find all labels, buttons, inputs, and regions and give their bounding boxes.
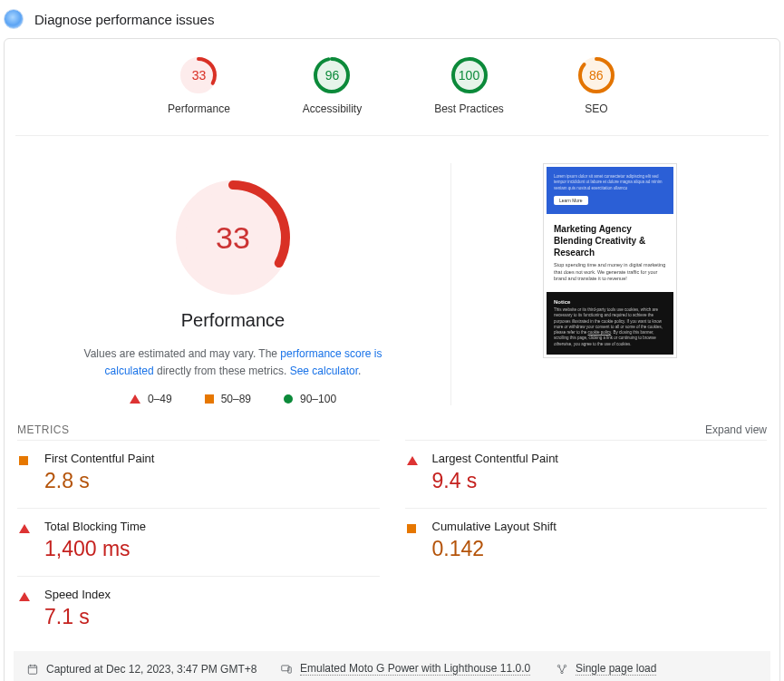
circle-green-icon <box>284 394 293 404</box>
metric-si: Speed Index7.1 s <box>17 576 380 644</box>
square-orange-icon <box>407 524 416 533</box>
square-orange-icon <box>205 394 214 404</box>
metric-name: Total Blocking Time <box>44 520 146 533</box>
metric-name: Speed Index <box>44 588 111 601</box>
performance-description: Values are estimated and may vary. The p… <box>70 345 396 380</box>
svg-point-15 <box>561 671 563 673</box>
metric-fcp: First Contentful Paint2.8 s <box>17 440 380 508</box>
page-title: Diagnose performance issues <box>34 12 214 27</box>
preview-foot-title: Notice <box>554 299 666 305</box>
desc-text-2: directly from these metrics. <box>154 365 290 377</box>
svg-rect-10 <box>28 666 36 674</box>
triangle-red-icon <box>19 524 30 533</box>
metric-tbt: Total Blocking Time1,400 ms <box>17 508 380 576</box>
gauge-performance[interactable]: 33Performance <box>168 55 230 115</box>
footer-captured: Captured at Dec 12, 2023, 3:47 PM GMT+8 <box>26 662 262 676</box>
device-icon <box>280 663 293 676</box>
page-header: Diagnose performance issues <box>0 0 784 38</box>
metric-lcp: Largest Contentful Paint9.4 s <box>405 440 768 508</box>
preview-body-title: Marketing Agency Blending Creativity & R… <box>554 223 666 258</box>
legend-poor: 0–49 <box>130 393 172 405</box>
footer-emulated: Emulated Moto G Power with Lighthouse 11… <box>280 662 537 676</box>
report-footer: Captured at Dec 12, 2023, 3:47 PM GMT+8 … <box>14 651 770 681</box>
preview-hero-text: Lorem ipsum dolor sit amet consectetur a… <box>554 174 666 191</box>
metric-name: Largest Contentful Paint <box>432 452 558 465</box>
nodes-icon <box>556 663 568 676</box>
metric-cls: Cumulative Layout Shift0.142 <box>405 508 768 576</box>
triangle-red-icon <box>407 456 418 465</box>
gauge-accessibility[interactable]: 96Accessibility <box>303 55 362 115</box>
performance-big-label: Performance <box>181 310 286 331</box>
metric-value: 9.4 s <box>432 469 558 493</box>
svg-rect-12 <box>288 667 292 673</box>
lighthouse-icon <box>4 9 24 29</box>
square-orange-icon <box>19 456 28 465</box>
metric-name: First Contentful Paint <box>44 452 154 465</box>
metrics-label: METRICS <box>17 423 70 436</box>
desc-text: Values are estimated and may vary. The <box>84 347 281 360</box>
score-legend: 0–49 50–89 90–100 <box>130 393 336 405</box>
metric-name: Cumulative Layout Shift <box>432 520 557 533</box>
preview-body-text: Stop spending time and money in digital … <box>554 262 666 283</box>
gauge-best-practices[interactable]: 100Best Practices <box>434 55 504 115</box>
preview-hero-button: Learn More <box>554 196 588 205</box>
triangle-red-icon <box>19 592 30 601</box>
gauges-row: 33Performance96Accessibility100Best Prac… <box>15 39 769 136</box>
legend-good: 90–100 <box>284 393 336 405</box>
page-screenshot-preview: Lorem ipsum dolor sit amet consectetur a… <box>543 163 677 358</box>
performance-big-gauge: 33 <box>175 180 291 296</box>
metric-value: 2.8 s <box>44 469 154 493</box>
metric-value: 0.142 <box>432 537 557 561</box>
see-calculator-link[interactable]: See calculator <box>290 365 358 377</box>
metrics-grid: First Contentful Paint2.8 sLargest Conte… <box>5 440 779 644</box>
footer-single-load: Single page load <box>556 662 656 676</box>
metric-value: 1,400 ms <box>44 537 146 561</box>
calendar-icon <box>26 663 39 676</box>
legend-average: 50–89 <box>205 393 251 405</box>
expand-view-button[interactable]: Expand view <box>705 423 767 436</box>
report-card: 33Performance96Accessibility100Best Prac… <box>4 38 780 681</box>
triangle-red-icon <box>130 394 140 404</box>
metric-value: 7.1 s <box>44 605 111 629</box>
preview-foot-text: This website or its third-party tools us… <box>554 307 666 347</box>
gauge-seo[interactable]: 86SEO <box>576 55 616 115</box>
performance-big-score: 33 <box>175 180 291 296</box>
performance-detail: 33 Performance Values are estimated and … <box>15 163 451 405</box>
